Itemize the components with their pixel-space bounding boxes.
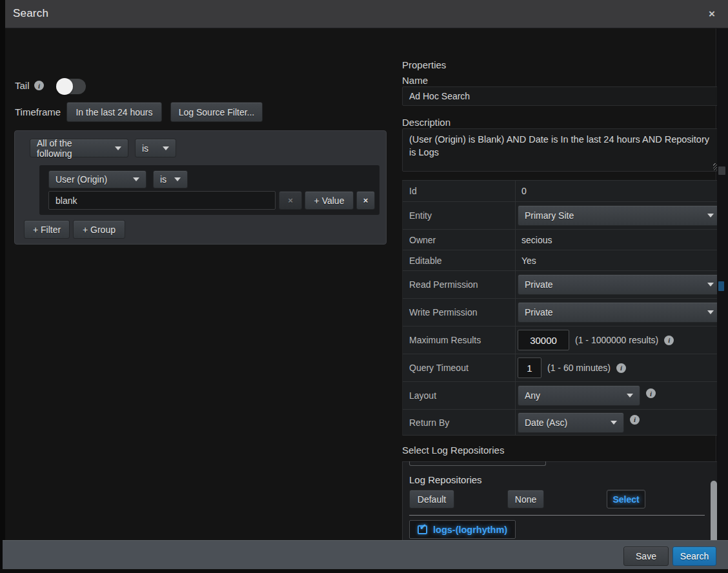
properties-table: Id 0 Entity Primary Site Owner secious <box>402 180 722 436</box>
write-permission-label: Write Permission <box>403 299 516 326</box>
query-timeout-hint: (1 - 60 minutes) <box>547 363 611 373</box>
table-row-owner: Owner secious <box>403 230 721 250</box>
table-row-query-timeout: Query Timeout 1 (1 - 60 minutes) i <box>403 354 721 382</box>
filter-row-panel: User (Origin) is blank × + Value × <box>39 165 379 215</box>
properties-heading: Properties <box>402 59 446 70</box>
close-icon: × <box>288 196 293 205</box>
maximum-results-hint: (1 - 1000000 results) <box>575 335 658 345</box>
table-row-maximum-results: Maximum Results 30000 (1 - 1000000 resul… <box>403 327 721 354</box>
entity-dropdown[interactable]: Primary Site <box>518 205 721 226</box>
background-fragment <box>718 166 725 175</box>
chevron-down-icon <box>133 177 139 181</box>
maximum-results-info-icon[interactable]: i <box>664 336 674 345</box>
query-timeout-input[interactable]: 1 <box>518 357 541 378</box>
log-source-filter-button[interactable]: Log Source Filter... <box>170 102 263 122</box>
chevron-down-icon <box>115 146 121 150</box>
return-by-dropdown[interactable]: Date (Asc) <box>518 412 624 433</box>
remove-value-button[interactable]: × <box>279 191 302 210</box>
select-log-repositories-heading: Select Log Repositories <box>402 445 504 456</box>
read-permission-label: Read Permission <box>403 271 516 298</box>
return-by-value: Date (Asc) <box>525 417 567 428</box>
match-selector-dropdown[interactable]: All of the following <box>30 139 128 157</box>
select-button[interactable]: Select <box>607 490 645 508</box>
id-value: 0 <box>518 186 527 196</box>
tail-toggle[interactable] <box>56 79 86 94</box>
scrolled-partial-box <box>409 461 546 466</box>
table-row-entity: Entity Primary Site <box>403 202 721 230</box>
tail-label: Tail <box>15 80 30 91</box>
table-row-layout: Layout Any i <box>403 382 721 410</box>
match-operator-value: is <box>142 143 148 154</box>
name-input[interactable]: Ad Hoc Search <box>402 86 722 106</box>
dialog-footer: Save Search <box>3 540 728 569</box>
close-icon[interactable]: × <box>705 7 719 21</box>
log-repositories-title: Log Repositories <box>409 474 482 485</box>
chevron-down-icon <box>707 214 714 217</box>
maximum-results-label: Maximum Results <box>403 327 516 354</box>
divider <box>409 515 705 516</box>
write-permission-value: Private <box>525 307 553 317</box>
chevron-down-icon <box>163 146 169 150</box>
return-by-label: Return By <box>403 410 516 435</box>
dialog-body: Tail i Timeframe In the last 24 hours Lo… <box>5 28 716 540</box>
background-page-left-strip <box>0 0 5 569</box>
none-button[interactable]: None <box>507 490 544 508</box>
dialog-title: Search <box>13 7 48 20</box>
search-dialog-screen: Search × Tail i Timeframe In the last 24… <box>0 0 728 573</box>
layout-dropdown[interactable]: Any <box>518 385 640 406</box>
description-textarea[interactable]: (User (Origin) is Blank) AND Date is In … <box>402 128 722 172</box>
repo-item-logs-logrhythm[interactable]: ✔ logs-(logrhythm) <box>409 520 516 539</box>
chevron-down-icon <box>611 421 617 425</box>
field-operator-value: is <box>160 174 167 185</box>
name-label: Name <box>402 75 428 86</box>
remove-filter-button[interactable]: × <box>356 191 375 210</box>
table-row-write-permission: Write Permission Private <box>403 299 721 327</box>
table-row-id: Id 0 <box>403 181 721 202</box>
editable-value: Yes <box>518 256 536 266</box>
tail-toggle-knob <box>56 78 73 95</box>
description-text: (User (Origin) is Blank) AND Date is In … <box>409 134 709 157</box>
table-row-editable: Editable Yes <box>403 250 721 271</box>
entity-label: Entity <box>403 202 516 229</box>
checkbox-checked-icon[interactable]: ✔ <box>418 525 427 534</box>
chevron-down-icon <box>174 177 181 181</box>
default-button[interactable]: Default <box>409 490 454 508</box>
search-button[interactable]: Search <box>672 547 716 566</box>
query-timeout-label: Query Timeout <box>403 354 516 381</box>
repo-item-label: logs-(logrhythm) <box>433 525 507 535</box>
maximum-results-input[interactable]: 30000 <box>518 330 569 350</box>
add-group-button[interactable]: + Group <box>73 220 125 239</box>
timeframe-button[interactable]: In the last 24 hours <box>66 102 162 122</box>
background-fragment <box>718 281 724 291</box>
match-selector-value: All of the following <box>37 138 108 159</box>
properties-pane: Properties Name Ad Hoc Search Descriptio… <box>402 57 722 568</box>
query-timeout-info-icon[interactable]: i <box>616 363 626 373</box>
field-selector-value: User (Origin) <box>56 174 107 185</box>
read-permission-dropdown[interactable]: Private <box>518 274 721 295</box>
match-operator-dropdown[interactable]: is <box>135 139 176 157</box>
chevron-down-icon <box>707 310 714 314</box>
table-row-return-by: Return By Date (Asc) i <box>403 410 721 436</box>
timeframe-label: Timeframe <box>15 106 61 117</box>
layout-value: Any <box>525 390 540 401</box>
field-selector-dropdown[interactable]: User (Origin) <box>48 170 147 188</box>
add-filter-button[interactable]: + Filter <box>24 220 70 239</box>
background-page-bottom-strip <box>0 569 728 573</box>
description-label: Description <box>402 117 450 128</box>
write-permission-dropdown[interactable]: Private <box>518 302 721 323</box>
save-button[interactable]: Save <box>623 547 669 566</box>
dialog-titlebar: Search × <box>5 0 728 28</box>
layout-info-icon[interactable]: i <box>646 388 656 398</box>
add-value-button[interactable]: + Value <box>305 191 354 210</box>
chevron-down-icon <box>627 394 633 397</box>
return-by-info-icon[interactable]: i <box>630 415 640 425</box>
entity-value: Primary Site <box>525 210 574 221</box>
filter-group-panel: All of the following is User (Origin) is… <box>14 130 387 245</box>
background-page-right-strip <box>717 28 728 540</box>
tail-info-icon[interactable]: i <box>34 81 44 90</box>
filter-value-input[interactable]: blank <box>48 191 276 210</box>
table-row-read-permission: Read Permission Private <box>403 271 721 299</box>
owner-label: Owner <box>403 230 516 250</box>
editable-label: Editable <box>403 250 516 270</box>
field-operator-dropdown[interactable]: is <box>153 170 188 188</box>
